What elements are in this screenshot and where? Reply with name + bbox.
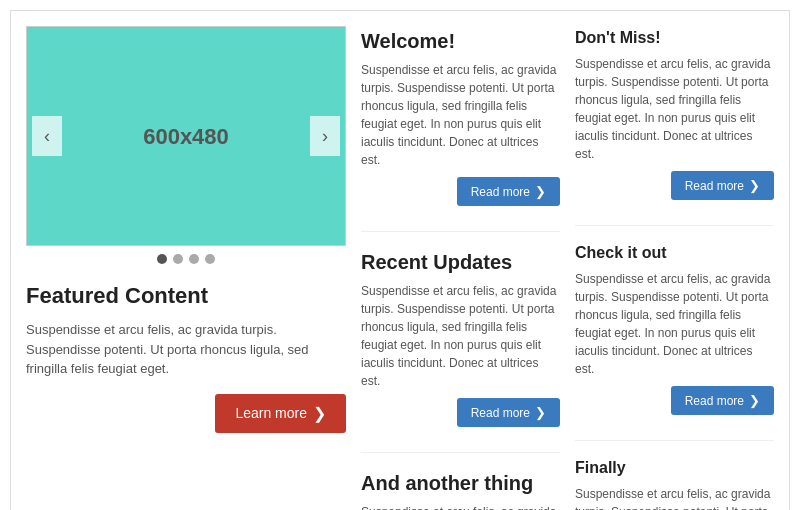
left-column: ‹ 600x480 › Featured Content Suspendisse… [26, 26, 346, 510]
dot-3[interactable] [189, 254, 199, 264]
carousel: ‹ 600x480 › [26, 26, 346, 246]
featured-title: Featured Content [26, 279, 346, 312]
mid-readmore-arrow-1: ❯ [535, 405, 546, 420]
featured-section: Featured Content Suspendisse et arcu fel… [26, 279, 346, 433]
right-readmore-button-0[interactable]: Read more ❯ [671, 171, 774, 200]
mid-section-title-0: Welcome! [361, 26, 560, 56]
carousel-next-button[interactable]: › [310, 116, 340, 156]
mid-section-text-0: Suspendisse et arcu felis, ac gravida tu… [361, 61, 560, 169]
right-divider-1 [575, 440, 774, 441]
mid-readmore-button-0[interactable]: Read more ❯ [457, 177, 560, 206]
mid-divider-1 [361, 452, 560, 453]
right-readmore-button-1[interactable]: Read more ❯ [671, 386, 774, 415]
right-section-text-1: Suspendisse et arcu felis, ac gravida tu… [575, 270, 774, 378]
right-divider-0 [575, 225, 774, 226]
dot-1[interactable] [157, 254, 167, 264]
dot-4[interactable] [205, 254, 215, 264]
right-readmore-label-0: Read more [685, 179, 744, 193]
carousel-prev-button[interactable]: ‹ [32, 116, 62, 156]
mid-readmore-arrow-0: ❯ [535, 184, 546, 199]
mid-column: Welcome! Suspendisse et arcu felis, ac g… [361, 26, 560, 510]
mid-section-2: And another thing Suspendisse et arcu fe… [361, 468, 560, 510]
right-readmore-label-1: Read more [685, 394, 744, 408]
right-section-2: Finally Suspendisse et arcu felis, ac gr… [575, 456, 774, 510]
mid-section-text-2: Suspendisse et arcu felis, ac gravida tu… [361, 503, 560, 510]
right-section-text-0: Suspendisse et arcu felis, ac gravida tu… [575, 55, 774, 163]
mid-readmore-button-1[interactable]: Read more ❯ [457, 398, 560, 427]
mid-section-title-2: And another thing [361, 468, 560, 498]
learn-more-arrow: ❯ [313, 404, 326, 423]
right-section-1: Check it out Suspendisse et arcu felis, … [575, 241, 774, 415]
learn-more-label: Learn more [235, 405, 307, 421]
mid-section-text-1: Suspendisse et arcu felis, ac gravida tu… [361, 282, 560, 390]
right-section-title-1: Check it out [575, 241, 774, 265]
dot-2[interactable] [173, 254, 183, 264]
right-readmore-arrow-1: ❯ [749, 393, 760, 408]
mid-section-title-1: Recent Updates [361, 247, 560, 277]
right-readmore-arrow-0: ❯ [749, 178, 760, 193]
right-section-text-2: Suspendisse et arcu felis, ac gravida tu… [575, 485, 774, 510]
mid-readmore-label-1: Read more [471, 406, 530, 420]
mid-divider-0 [361, 231, 560, 232]
featured-text: Suspendisse et arcu felis, ac gravida tu… [26, 320, 346, 379]
right-section-title-0: Don't Miss! [575, 26, 774, 50]
mid-readmore-label-0: Read more [471, 185, 530, 199]
right-column: Don't Miss! Suspendisse et arcu felis, a… [575, 26, 774, 510]
mid-section-0: Welcome! Suspendisse et arcu felis, ac g… [361, 26, 560, 206]
learn-more-button[interactable]: Learn more ❯ [215, 394, 346, 433]
right-section-0: Don't Miss! Suspendisse et arcu felis, a… [575, 26, 774, 200]
carousel-label: 600x480 [143, 120, 229, 153]
page-container: ‹ 600x480 › Featured Content Suspendisse… [10, 10, 790, 510]
carousel-dots [26, 254, 346, 264]
right-section-title-2: Finally [575, 456, 774, 480]
mid-section-1: Recent Updates Suspendisse et arcu felis… [361, 247, 560, 427]
